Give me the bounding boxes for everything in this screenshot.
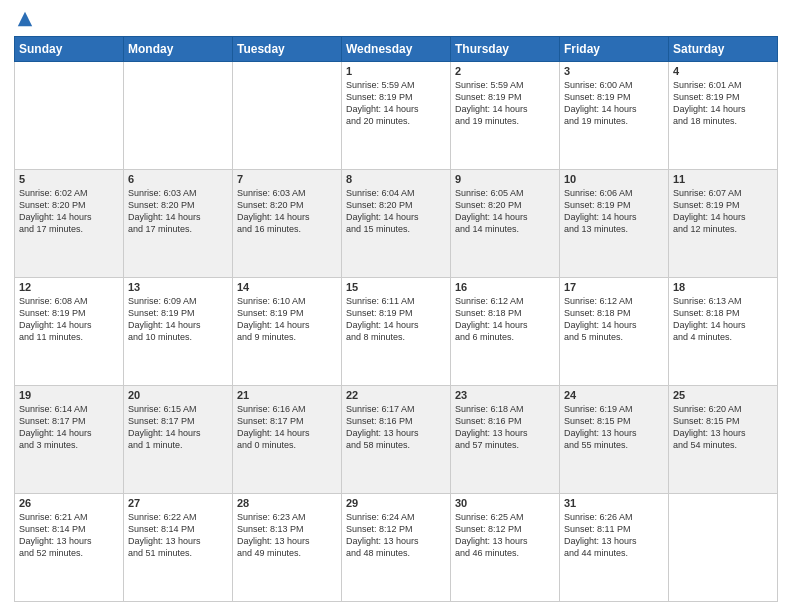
- day-info: Sunrise: 6:23 AM Sunset: 8:13 PM Dayligh…: [237, 511, 337, 560]
- day-number: 12: [19, 281, 119, 293]
- day-number: 22: [346, 389, 446, 401]
- day-number: 16: [455, 281, 555, 293]
- day-number: 25: [673, 389, 773, 401]
- day-number: 3: [564, 65, 664, 77]
- day-info: Sunrise: 5:59 AM Sunset: 8:19 PM Dayligh…: [455, 79, 555, 128]
- day-info: Sunrise: 6:05 AM Sunset: 8:20 PM Dayligh…: [455, 187, 555, 236]
- page: SundayMondayTuesdayWednesdayThursdayFrid…: [0, 0, 792, 612]
- calendar-day-cell: 28Sunrise: 6:23 AM Sunset: 8:13 PM Dayli…: [233, 494, 342, 602]
- day-number: 13: [128, 281, 228, 293]
- day-number: 15: [346, 281, 446, 293]
- logo: [14, 10, 34, 28]
- day-number: 27: [128, 497, 228, 509]
- calendar-day-cell: 21Sunrise: 6:16 AM Sunset: 8:17 PM Dayli…: [233, 386, 342, 494]
- calendar-day-cell: 10Sunrise: 6:06 AM Sunset: 8:19 PM Dayli…: [560, 170, 669, 278]
- day-info: Sunrise: 6:17 AM Sunset: 8:16 PM Dayligh…: [346, 403, 446, 452]
- header: [14, 10, 778, 28]
- calendar-day-cell: 27Sunrise: 6:22 AM Sunset: 8:14 PM Dayli…: [124, 494, 233, 602]
- day-info: Sunrise: 6:10 AM Sunset: 8:19 PM Dayligh…: [237, 295, 337, 344]
- day-info: Sunrise: 6:06 AM Sunset: 8:19 PM Dayligh…: [564, 187, 664, 236]
- day-info: Sunrise: 6:03 AM Sunset: 8:20 PM Dayligh…: [237, 187, 337, 236]
- day-number: 17: [564, 281, 664, 293]
- calendar-day-cell: 30Sunrise: 6:25 AM Sunset: 8:12 PM Dayli…: [451, 494, 560, 602]
- calendar-day-header: Wednesday: [342, 37, 451, 62]
- day-number: 4: [673, 65, 773, 77]
- calendar-day-cell: 12Sunrise: 6:08 AM Sunset: 8:19 PM Dayli…: [15, 278, 124, 386]
- calendar-day-cell: 7Sunrise: 6:03 AM Sunset: 8:20 PM Daylig…: [233, 170, 342, 278]
- calendar-day-cell: 13Sunrise: 6:09 AM Sunset: 8:19 PM Dayli…: [124, 278, 233, 386]
- calendar-day-cell: [669, 494, 778, 602]
- day-number: 2: [455, 65, 555, 77]
- calendar-day-cell: 5Sunrise: 6:02 AM Sunset: 8:20 PM Daylig…: [15, 170, 124, 278]
- day-number: 11: [673, 173, 773, 185]
- day-info: Sunrise: 5:59 AM Sunset: 8:19 PM Dayligh…: [346, 79, 446, 128]
- calendar-header-row: SundayMondayTuesdayWednesdayThursdayFrid…: [15, 37, 778, 62]
- calendar-day-cell: 11Sunrise: 6:07 AM Sunset: 8:19 PM Dayli…: [669, 170, 778, 278]
- calendar-day-cell: 18Sunrise: 6:13 AM Sunset: 8:18 PM Dayli…: [669, 278, 778, 386]
- calendar-day-header: Monday: [124, 37, 233, 62]
- day-info: Sunrise: 6:25 AM Sunset: 8:12 PM Dayligh…: [455, 511, 555, 560]
- calendar-day-cell: [233, 62, 342, 170]
- calendar-day-cell: 23Sunrise: 6:18 AM Sunset: 8:16 PM Dayli…: [451, 386, 560, 494]
- day-info: Sunrise: 6:24 AM Sunset: 8:12 PM Dayligh…: [346, 511, 446, 560]
- calendar-week-row: 1Sunrise: 5:59 AM Sunset: 8:19 PM Daylig…: [15, 62, 778, 170]
- day-number: 8: [346, 173, 446, 185]
- day-number: 31: [564, 497, 664, 509]
- day-number: 19: [19, 389, 119, 401]
- calendar-day-cell: 15Sunrise: 6:11 AM Sunset: 8:19 PM Dayli…: [342, 278, 451, 386]
- calendar-week-row: 12Sunrise: 6:08 AM Sunset: 8:19 PM Dayli…: [15, 278, 778, 386]
- day-info: Sunrise: 6:18 AM Sunset: 8:16 PM Dayligh…: [455, 403, 555, 452]
- day-number: 30: [455, 497, 555, 509]
- calendar-day-cell: 6Sunrise: 6:03 AM Sunset: 8:20 PM Daylig…: [124, 170, 233, 278]
- calendar-day-cell: 16Sunrise: 6:12 AM Sunset: 8:18 PM Dayli…: [451, 278, 560, 386]
- day-info: Sunrise: 6:07 AM Sunset: 8:19 PM Dayligh…: [673, 187, 773, 236]
- day-number: 14: [237, 281, 337, 293]
- calendar-day-cell: 24Sunrise: 6:19 AM Sunset: 8:15 PM Dayli…: [560, 386, 669, 494]
- day-info: Sunrise: 6:19 AM Sunset: 8:15 PM Dayligh…: [564, 403, 664, 452]
- calendar-day-cell: 20Sunrise: 6:15 AM Sunset: 8:17 PM Dayli…: [124, 386, 233, 494]
- day-info: Sunrise: 6:02 AM Sunset: 8:20 PM Dayligh…: [19, 187, 119, 236]
- day-number: 7: [237, 173, 337, 185]
- day-number: 26: [19, 497, 119, 509]
- calendar-week-row: 5Sunrise: 6:02 AM Sunset: 8:20 PM Daylig…: [15, 170, 778, 278]
- day-info: Sunrise: 6:08 AM Sunset: 8:19 PM Dayligh…: [19, 295, 119, 344]
- calendar-week-row: 26Sunrise: 6:21 AM Sunset: 8:14 PM Dayli…: [15, 494, 778, 602]
- day-info: Sunrise: 6:12 AM Sunset: 8:18 PM Dayligh…: [564, 295, 664, 344]
- day-info: Sunrise: 6:21 AM Sunset: 8:14 PM Dayligh…: [19, 511, 119, 560]
- calendar-day-cell: 8Sunrise: 6:04 AM Sunset: 8:20 PM Daylig…: [342, 170, 451, 278]
- calendar-day-header: Sunday: [15, 37, 124, 62]
- calendar-day-cell: 22Sunrise: 6:17 AM Sunset: 8:16 PM Dayli…: [342, 386, 451, 494]
- calendar-day-cell: 25Sunrise: 6:20 AM Sunset: 8:15 PM Dayli…: [669, 386, 778, 494]
- day-info: Sunrise: 6:20 AM Sunset: 8:15 PM Dayligh…: [673, 403, 773, 452]
- day-number: 1: [346, 65, 446, 77]
- calendar-day-cell: [15, 62, 124, 170]
- calendar-day-header: Thursday: [451, 37, 560, 62]
- day-info: Sunrise: 6:13 AM Sunset: 8:18 PM Dayligh…: [673, 295, 773, 344]
- day-number: 20: [128, 389, 228, 401]
- day-number: 10: [564, 173, 664, 185]
- calendar-day-cell: 17Sunrise: 6:12 AM Sunset: 8:18 PM Dayli…: [560, 278, 669, 386]
- calendar-day-cell: 3Sunrise: 6:00 AM Sunset: 8:19 PM Daylig…: [560, 62, 669, 170]
- day-info: Sunrise: 6:09 AM Sunset: 8:19 PM Dayligh…: [128, 295, 228, 344]
- calendar-day-cell: 2Sunrise: 5:59 AM Sunset: 8:19 PM Daylig…: [451, 62, 560, 170]
- day-info: Sunrise: 6:01 AM Sunset: 8:19 PM Dayligh…: [673, 79, 773, 128]
- calendar-day-cell: 14Sunrise: 6:10 AM Sunset: 8:19 PM Dayli…: [233, 278, 342, 386]
- day-info: Sunrise: 6:16 AM Sunset: 8:17 PM Dayligh…: [237, 403, 337, 452]
- day-number: 28: [237, 497, 337, 509]
- day-number: 18: [673, 281, 773, 293]
- day-info: Sunrise: 6:00 AM Sunset: 8:19 PM Dayligh…: [564, 79, 664, 128]
- calendar-day-cell: 4Sunrise: 6:01 AM Sunset: 8:19 PM Daylig…: [669, 62, 778, 170]
- day-info: Sunrise: 6:11 AM Sunset: 8:19 PM Dayligh…: [346, 295, 446, 344]
- day-info: Sunrise: 6:04 AM Sunset: 8:20 PM Dayligh…: [346, 187, 446, 236]
- calendar-week-row: 19Sunrise: 6:14 AM Sunset: 8:17 PM Dayli…: [15, 386, 778, 494]
- calendar-day-header: Saturday: [669, 37, 778, 62]
- day-number: 6: [128, 173, 228, 185]
- day-info: Sunrise: 6:03 AM Sunset: 8:20 PM Dayligh…: [128, 187, 228, 236]
- calendar-day-cell: 9Sunrise: 6:05 AM Sunset: 8:20 PM Daylig…: [451, 170, 560, 278]
- day-number: 9: [455, 173, 555, 185]
- calendar-day-header: Tuesday: [233, 37, 342, 62]
- calendar-day-cell: 26Sunrise: 6:21 AM Sunset: 8:14 PM Dayli…: [15, 494, 124, 602]
- day-info: Sunrise: 6:26 AM Sunset: 8:11 PM Dayligh…: [564, 511, 664, 560]
- day-info: Sunrise: 6:15 AM Sunset: 8:17 PM Dayligh…: [128, 403, 228, 452]
- svg-marker-0: [18, 12, 32, 26]
